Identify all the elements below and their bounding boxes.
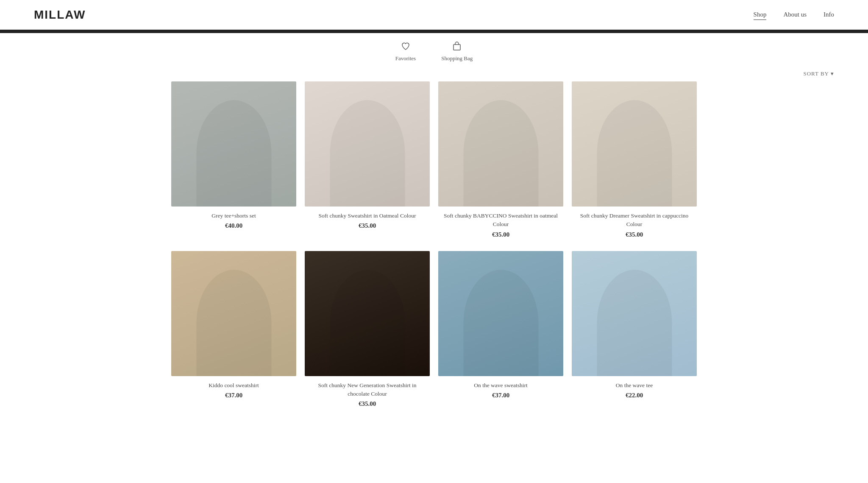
sort-bar: SORT BY ▾ [0,66,868,81]
main-nav: Shop About us Info [754,11,834,18]
nav-shop[interactable]: Shop [754,11,767,18]
product-info: Soft chunky BABYCCINO Sweatshirt in oatm… [438,207,563,238]
product-image-2 [305,81,430,207]
product-card[interactable]: Soft chunky Dreamer Sweatshirt in cappuc… [572,81,697,238]
product-name: On the wave tee [574,381,695,390]
product-name: Soft chunky Sweatshirt in Oatmeal Colour [307,212,428,220]
product-info: Soft chunky Dreamer Sweatshirt in cappuc… [572,207,697,238]
favorites-label: Favorites [395,55,416,62]
product-grid: Grey tee+shorts set €40.00 Soft chunky S… [137,81,731,433]
sort-dropdown[interactable]: SORT BY ▾ [803,70,834,77]
product-name: Soft chunky New Generation Sweatshirt in… [307,381,428,399]
product-image-5 [171,251,296,376]
product-price: €35.00 [307,400,428,408]
sort-label: SORT BY [803,70,829,77]
product-image-7 [438,251,563,376]
product-price: €22.00 [574,392,695,399]
bag-icon [452,42,462,53]
chevron-down-icon: ▾ [831,70,834,77]
product-card[interactable]: Grey tee+shorts set €40.00 [171,81,296,238]
svg-rect-0 [453,45,460,50]
shopping-bag-button[interactable]: Shopping Bag [441,42,473,62]
nav-info[interactable]: Info [823,11,834,18]
product-image-3 [438,81,563,207]
product-card[interactable]: On the wave sweatshirt €37.00 [438,251,563,408]
product-image-6 [305,251,430,376]
product-info: Grey tee+shorts set €40.00 [171,207,296,229]
product-info: Soft chunky Sweatshirt in Oatmeal Colour… [305,207,430,229]
product-name: Kiddo cool sweatshirt [173,381,294,390]
product-price: €35.00 [574,231,695,238]
product-price: €35.00 [440,231,561,238]
product-name: On the wave sweatshirt [440,381,561,390]
heart-icon [401,42,410,53]
logo[interactable]: MILLAW [34,8,86,22]
black-bar [0,30,868,33]
product-card[interactable]: Soft chunky BABYCCINO Sweatshirt in oatm… [438,81,563,238]
product-price: €37.00 [173,392,294,399]
product-card[interactable]: Kiddo cool sweatshirt €37.00 [171,251,296,408]
product-image-8 [572,251,697,376]
product-info: On the wave tee €22.00 [572,376,697,399]
product-image-1 [171,81,296,207]
product-price: €40.00 [173,222,294,229]
shopping-bag-label: Shopping Bag [441,55,473,62]
product-card[interactable]: On the wave tee €22.00 [572,251,697,408]
header: MILLAW Shop About us Info [0,0,868,30]
product-card[interactable]: Soft chunky Sweatshirt in Oatmeal Colour… [305,81,430,238]
toolbar: Favorites Shopping Bag [0,33,868,66]
product-name: Soft chunky BABYCCINO Sweatshirt in oatm… [440,212,561,229]
product-info: Soft chunky New Generation Sweatshirt in… [305,376,430,408]
favorites-button[interactable]: Favorites [395,42,416,62]
product-info: On the wave sweatshirt €37.00 [438,376,563,399]
product-image-4 [572,81,697,207]
product-name: Grey tee+shorts set [173,212,294,220]
product-card[interactable]: Soft chunky New Generation Sweatshirt in… [305,251,430,408]
product-info: Kiddo cool sweatshirt €37.00 [171,376,296,399]
product-price: €35.00 [307,222,428,229]
product-name: Soft chunky Dreamer Sweatshirt in cappuc… [574,212,695,229]
product-price: €37.00 [440,392,561,399]
nav-about-us[interactable]: About us [783,11,807,18]
